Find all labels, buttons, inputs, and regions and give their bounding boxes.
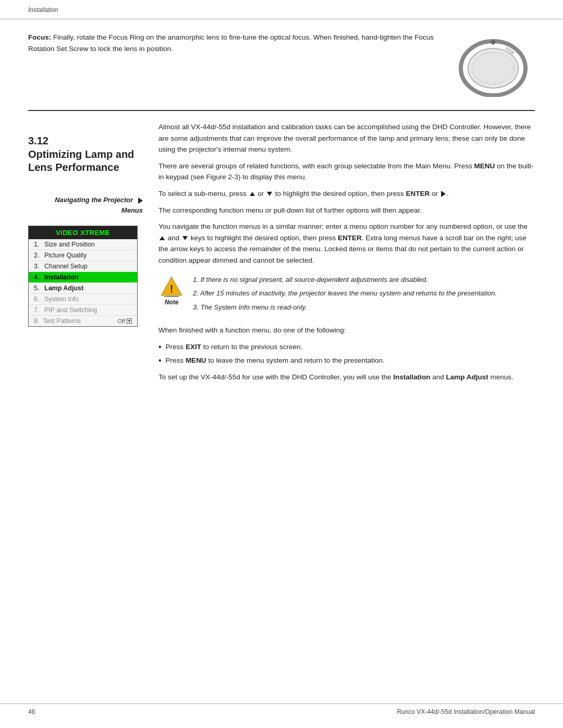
header-label: Installation [28, 6, 58, 14]
menu-item-7-num: 7. [34, 306, 44, 314]
lamp-adjust-bold: Lamp Adjust [446, 373, 488, 381]
closing-para: To set up the VX-44d/-55d for use with t… [158, 372, 535, 383]
section-title-line2: Lens Performance [28, 162, 119, 173]
note-item-3: 3. The System Info menu is read-only. [193, 302, 497, 313]
menu-item-8: 8. Test Patterns Off ▼ [29, 316, 137, 326]
menu-item-1-label: Size and Position [44, 241, 132, 248]
arrow-down-icon-2 [182, 236, 188, 240]
menu-bold-2: MENU [186, 356, 206, 364]
menu-header: VIDEO XTREME [29, 226, 137, 239]
menu-item-1-num: 1. [34, 241, 44, 248]
body-para-1: Almost all VX-44d/-55d installation and … [158, 121, 535, 155]
svg-point-2 [469, 50, 517, 87]
arrow-up-icon-1 [250, 192, 255, 196]
body-para-5: You navigate the function menus in a sim… [158, 221, 535, 266]
note-label: Note [165, 298, 179, 307]
menu-item-5-label: Lamp Adjust [44, 285, 132, 292]
installation-bold: Installation [393, 373, 430, 381]
top-section: Focus: Finally, rotate the Focus Ring on… [0, 19, 563, 110]
menu-item-2-label: Picture Quality [44, 252, 132, 259]
arrow-right-icon-1 [441, 191, 446, 197]
footer: 46 Runco VX-44d/-55d Installation/Operat… [0, 704, 563, 715]
menu-item-3[interactable]: 3. Channel Setup [29, 261, 137, 272]
menu-item-4-num: 4. [34, 274, 44, 281]
footer-page-num: 46 [28, 708, 35, 715]
focus-text: Focus: Finally, rotate the Focus Ring on… [28, 32, 441, 100]
menu-item-6-num: 6. [34, 295, 44, 303]
header-bar: Installation [0, 0, 563, 19]
section-title: Optimizing Lamp and Lens Performance [28, 149, 134, 173]
nav-heading-line1: Navigating the Projector [55, 196, 133, 204]
enter-bold-2: ENTER [338, 234, 362, 242]
menu-item-2[interactable]: 2. Picture Quality [29, 250, 137, 261]
bullet-item-2: Press MENU to leave the menu system and … [158, 355, 535, 366]
nav-section: Navigating the Projector Menus VIDEO XTR… [28, 195, 143, 327]
menu-item-7: 7. PIP and Switching [29, 305, 137, 316]
bullet-list: Press EXIT to return to the previous scr… [158, 341, 535, 367]
footer-right-text: Runco VX-44d/-55d Installation/Operation… [397, 708, 535, 715]
note-item-1: 1. If there is no signal present, all so… [193, 275, 497, 286]
arrow-down-icon-1 [267, 192, 272, 196]
note-item-2: 2. After 15 minutes of inactivity, the p… [193, 288, 497, 299]
menu-item-2-num: 2. [34, 252, 44, 259]
left-col: 3.12 Optimizing Lamp and Lens Performanc… [28, 111, 153, 388]
focus-body: Finally, rotate the Focus Ring on the an… [28, 33, 434, 53]
note-icon: ! Note [158, 275, 185, 307]
menu-box: VIDEO XTREME 1. Size and Position 2. Pic… [28, 226, 138, 327]
menu-item-3-label: Channel Setup [44, 263, 132, 270]
main-content: 3.12 Optimizing Lamp and Lens Performanc… [0, 111, 563, 388]
svg-rect-10 [164, 296, 179, 297]
body-para-4: The corresponding function menu or pull-… [158, 205, 535, 216]
after-note-intro: When finished with a function menu, do o… [158, 325, 535, 336]
body-para-3: To select a sub-menu, press or to highli… [158, 188, 535, 200]
section-title-line1: Optimizing Lamp and [28, 149, 134, 160]
test-patterns-dropdown[interactable]: Off ▼ [118, 318, 132, 324]
nav-arrow-icon [138, 198, 143, 204]
focus-bold: Focus: [28, 33, 51, 41]
nav-heading: Navigating the Projector Menus [28, 195, 143, 215]
test-patterns-value: Off [118, 318, 125, 324]
dropdown-arrow-icon: ▼ [127, 318, 132, 324]
section-number: 3.12 [28, 135, 143, 147]
menu-item-5[interactable]: 5. Lamp Adjust [29, 283, 137, 294]
menu-item-6-label: System Info [44, 295, 132, 303]
section-heading: 3.12 Optimizing Lamp and Lens Performanc… [28, 127, 143, 178]
body-text: Almost all VX-44d/-55d installation and … [158, 121, 535, 383]
svg-text:!: ! [170, 283, 174, 294]
lens-svg: STOP [454, 34, 532, 97]
menu-item-7-label: PIP and Switching [44, 306, 132, 314]
menu-item-5-num: 5. [34, 285, 44, 292]
note-section: ! Note 1. If there is no signal present,… [158, 275, 535, 316]
menu-item-1[interactable]: 1. Size and Position [29, 239, 137, 250]
menu-item-4[interactable]: 4. Installation [29, 272, 137, 283]
bullet-item-1: Press EXIT to return to the previous scr… [158, 341, 535, 353]
menu-item-3-num: 3. [34, 263, 44, 270]
enter-bold-1: ENTER [406, 190, 430, 198]
menu-item-8-text: 8. Test Patterns [34, 317, 81, 325]
arrow-up-icon-2 [160, 236, 165, 240]
nav-heading-line2: Menus [121, 206, 143, 214]
menu-item-6: 6. System Info [29, 294, 137, 305]
page-wrapper: Installation Focus: Finally, rotate the … [0, 0, 563, 728]
warning-triangle-icon: ! [160, 275, 183, 298]
note-items: 1. If there is no signal present, all so… [193, 275, 497, 316]
body-para-2: There are several groups of related func… [158, 161, 535, 183]
lens-image: STOP [451, 32, 535, 100]
right-col: Almost all VX-44d/-55d installation and … [153, 111, 535, 388]
menu-item-4-label: Installation [44, 274, 132, 281]
menu-bold: MENU [474, 162, 495, 170]
exit-bold: EXIT [186, 343, 201, 351]
